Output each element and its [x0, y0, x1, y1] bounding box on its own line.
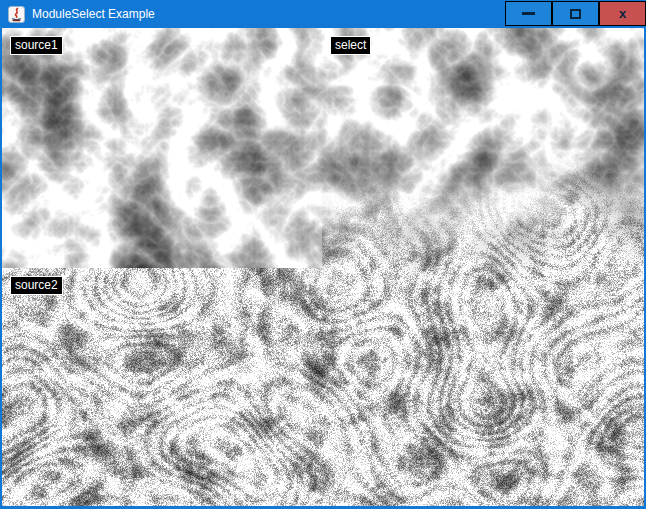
select-label: select [330, 36, 371, 55]
source2-label: source2 [10, 276, 63, 295]
maximize-icon [570, 9, 581, 19]
window-title: ModuleSelect Example [32, 7, 155, 21]
source1-noise-rendering [2, 28, 322, 268]
app-window: ModuleSelect Example x source1 select so… [0, 0, 646, 509]
java-app-icon [8, 6, 25, 23]
close-icon: x [619, 7, 626, 20]
minimize-button[interactable] [505, 1, 552, 26]
maximize-button[interactable] [552, 1, 599, 26]
render-client-area: source1 select source2 [2, 28, 644, 506]
minimize-icon [522, 12, 535, 15]
source1-label: source1 [10, 36, 63, 55]
window-controls: x [505, 1, 646, 26]
titlebar[interactable]: ModuleSelect Example x [0, 0, 646, 28]
close-button[interactable]: x [599, 1, 646, 26]
